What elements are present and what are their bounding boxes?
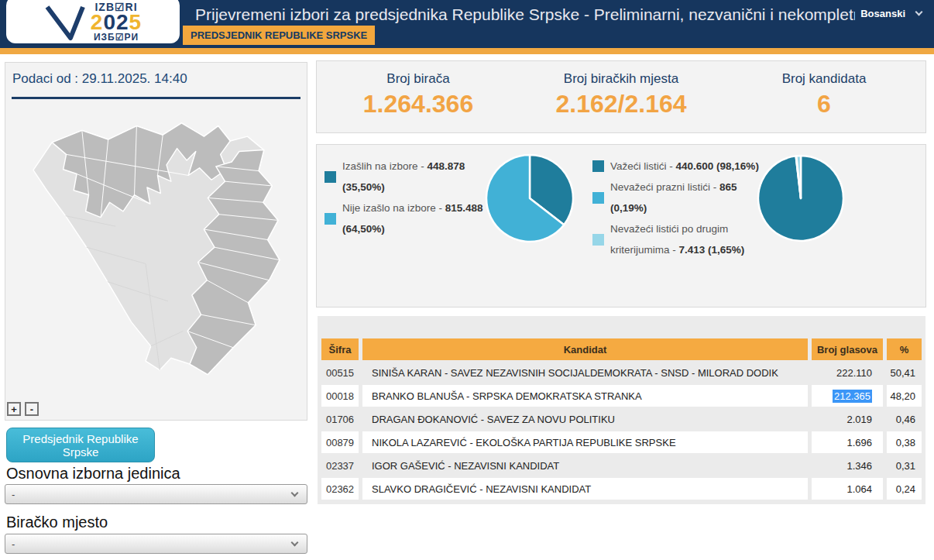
table-row: 02362SLAVKO DRAGIČEVIĆ - NEZAVISNI KANDI… xyxy=(321,478,922,500)
col-header-votes: Broj glasova xyxy=(812,338,883,360)
candidate-votes: 1.696 xyxy=(812,431,883,453)
candidate-percent: 0,24 xyxy=(887,478,922,500)
logo-text-cyrillic: ИЗБ☑РИ xyxy=(94,33,139,42)
legend-item: Nevažeći listići po drugim kriterijumima… xyxy=(592,218,760,260)
candidate-code: 02362 xyxy=(321,478,359,500)
stat-label: Broj birača xyxy=(317,71,520,87)
stat-candidates: Broj kandidata 6 xyxy=(723,61,925,132)
candidate-name: IGOR GAŠEVIĆ - NEZAVISNI KANDIDAT xyxy=(362,455,808,476)
unit-select[interactable]: - xyxy=(5,484,307,504)
legend-item: Izašlih na izbore - 448.878 (35,50%) xyxy=(324,156,500,198)
results-table-wrap: Šifra Kandidat Broj glasova % 00515SINIŠ… xyxy=(318,316,925,504)
language-selector[interactable]: Bosanski xyxy=(860,8,922,19)
accent-bar xyxy=(0,48,934,54)
stat-polling-stations: Broj biračkih mjesta 2.162/2.164 xyxy=(520,61,723,132)
elections-2025-logo[interactable]: IZB☑RI 2025 ИЗБ☑РИ xyxy=(6,0,180,43)
ballots-legend: Važeći listići - 440.600 (98,16%)Nevažeć… xyxy=(592,156,760,260)
selected-text: 212.365 xyxy=(833,390,872,403)
candidate-name: DRAGAN ĐOKANOVIĆ - SAVEZ ZA NOVU POLITIK… xyxy=(362,408,808,430)
stat-voters: Broj birača 1.264.366 xyxy=(317,61,520,132)
stat-label: Broj kandidata xyxy=(723,71,925,87)
candidate-percent: 0,46 xyxy=(887,408,922,430)
stat-value: 2.162/2.164 xyxy=(520,90,723,119)
col-header-code: Šifra xyxy=(321,338,359,360)
legend-label: Nevažeći prazni listići - 865 (0,19%) xyxy=(610,177,760,218)
race-ribbon: PREDSJEDNIK REPUBLIKE SRPSKE xyxy=(183,26,375,45)
candidate-votes: 212.365 xyxy=(812,385,883,407)
bosnia-map[interactable] xyxy=(11,101,303,404)
race-button[interactable]: Predsjednik Republike Srpske xyxy=(6,428,155,462)
candidate-name: BRANKO BLANUŠA - SRPSKA DEMOKRATSKA STRA… xyxy=(362,385,808,407)
station-select-value: - xyxy=(5,538,292,550)
map-zoom-in-button[interactable]: + xyxy=(7,402,21,416)
legend-swatch-icon xyxy=(592,160,604,172)
page-title: Prijevremeni izbori za predsjednika Repu… xyxy=(195,5,855,27)
divider xyxy=(12,97,300,99)
station-select-label: Biračko mjesto xyxy=(6,514,108,531)
legend-label: Nije izašlo na izbore - 815.488 (64,50%) xyxy=(342,198,500,239)
summary-stats: Broj birača 1.264.366 Broj biračkih mjes… xyxy=(316,60,926,133)
candidate-code: 01706 xyxy=(321,408,359,430)
legend-item: Nevažeći prazni listići - 865 (0,19%) xyxy=(592,177,760,218)
candidate-votes: 1.064 xyxy=(812,478,883,500)
candidate-name: SLAVKO DRAGIČEVIĆ - NEZAVISNI KANDIDAT xyxy=(362,478,808,500)
candidate-name: NIKOLA LAZAREVIĆ - EKOLOŠKA PARTIJA REPU… xyxy=(362,431,808,453)
candidate-votes: 222.110 xyxy=(812,362,883,383)
legend-label: Važeći listići - 440.600 (98,16%) xyxy=(610,156,760,177)
language-label: Bosanski xyxy=(860,8,905,19)
turnout-legend: Izašlih na izbore - 448.878 (35,50%)Nije… xyxy=(324,156,500,239)
legend-swatch-icon xyxy=(592,234,604,246)
candidate-percent: 0,31 xyxy=(887,455,922,476)
candidate-code: 00018 xyxy=(321,385,359,407)
candidate-code: 00515 xyxy=(321,362,359,383)
table-row: 02337IGOR GAŠEVIĆ - NEZAVISNI KANDIDAT1.… xyxy=(321,455,922,476)
stat-value: 6 xyxy=(723,90,925,119)
map-panel: Podaci od : 29.11.2025. 14:40 + - xyxy=(5,62,307,421)
unit-select-value: - xyxy=(5,489,292,500)
candidate-code: 00879 xyxy=(321,431,359,453)
candidate-votes: 1.346 xyxy=(812,455,883,476)
col-header-candidate: Kandidat xyxy=(362,338,808,360)
ballots-pie-chart xyxy=(754,151,848,246)
candidate-percent: 50,41 xyxy=(887,362,922,383)
chevron-down-icon xyxy=(291,490,299,497)
candidate-name: SINIŠA KARAN - SAVEZ NEZAVISNIH SOCIJALD… xyxy=(362,362,808,383)
table-row: 00879NIKOLA LAZAREVIĆ - EKOLOŠKA PARTIJA… xyxy=(321,431,922,453)
charts-panel: Izašlih na izbore - 448.878 (35,50%)Nije… xyxy=(316,144,926,307)
candidate-percent: 48,20 xyxy=(887,385,922,407)
legend-swatch-icon xyxy=(592,192,604,204)
turnout-pie-chart xyxy=(482,151,577,246)
legend-item: Važeći listići - 440.600 (98,16%) xyxy=(592,156,760,177)
legend-swatch-icon xyxy=(324,171,336,183)
col-header-percent: % xyxy=(887,338,922,360)
legend-item: Nije izašlo na izbore - 815.488 (64,50%) xyxy=(324,198,500,239)
logo-year: 2025 xyxy=(91,12,142,33)
table-row: 00515SINIŠA KARAN - SAVEZ NEZAVISNIH SOC… xyxy=(321,362,922,383)
chevron-down-icon xyxy=(291,539,299,547)
stat-label: Broj biračkih mjesta xyxy=(520,71,723,87)
stat-value: 1.264.366 xyxy=(317,90,520,119)
bosnia-triangle-icon xyxy=(44,2,88,41)
candidate-votes: 2.019 xyxy=(812,408,883,430)
legend-swatch-icon xyxy=(324,213,336,225)
station-select[interactable]: - xyxy=(5,534,307,554)
candidate-percent: 0,38 xyxy=(887,431,922,453)
unit-select-label: Osnovna izborna jedinica xyxy=(6,465,180,483)
legend-label: Nevažeći listići po drugim kriterijumima… xyxy=(610,218,760,260)
results-table: Šifra Kandidat Broj glasova % 00515SINIŠ… xyxy=(318,337,925,501)
legend-label: Izašlih na izbore - 448.878 (35,50%) xyxy=(342,156,500,198)
table-row: 00018BRANKO BLANUŠA - SRPSKA DEMOKRATSKA… xyxy=(321,385,922,407)
chevron-down-icon xyxy=(915,9,923,16)
map-zoom-out-button[interactable]: - xyxy=(25,402,39,416)
data-timestamp: Podaci od : 29.11.2025. 14:40 xyxy=(12,71,187,87)
candidate-code: 02337 xyxy=(321,455,359,476)
table-row: 01706DRAGAN ĐOKANOVIĆ - SAVEZ ZA NOVU PO… xyxy=(321,408,922,430)
